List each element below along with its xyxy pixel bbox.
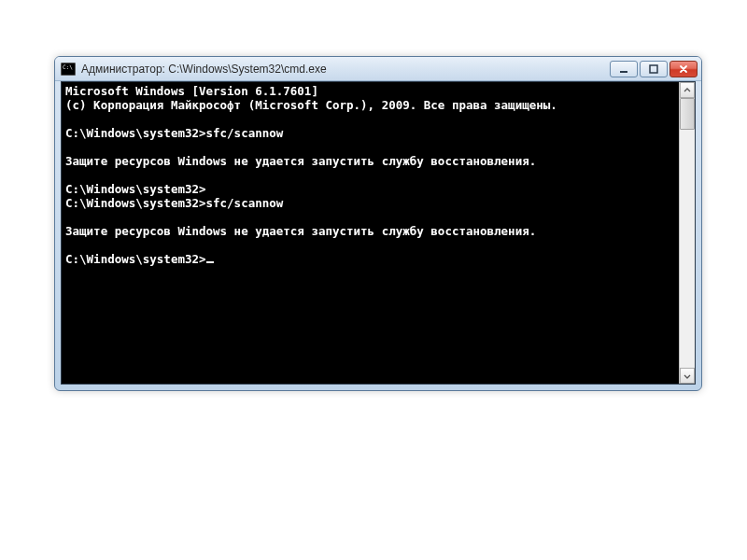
- svg-rect-1: [650, 65, 657, 73]
- close-icon: [679, 64, 688, 74]
- text-cursor: [206, 261, 214, 263]
- vertical-scrollbar[interactable]: [679, 82, 695, 384]
- minimize-icon: [619, 64, 628, 74]
- window-title: Администратор: C:\Windows\System32\cmd.e…: [81, 63, 610, 76]
- scroll-thumb[interactable]: [680, 98, 695, 130]
- scroll-track[interactable]: [680, 98, 695, 368]
- chevron-down-icon: [684, 372, 691, 380]
- command-prompt-window: Администратор: C:\Windows\System32\cmd.e…: [54, 56, 702, 391]
- close-button[interactable]: [669, 61, 698, 77]
- svg-rect-0: [620, 71, 627, 73]
- maximize-icon: [649, 64, 658, 74]
- scroll-down-button[interactable]: [680, 368, 695, 384]
- scroll-up-button[interactable]: [680, 82, 695, 98]
- cmd-icon: [61, 63, 76, 76]
- client-area: Microsoft Windows [Version 6.1.7601] (c)…: [61, 81, 696, 385]
- chevron-up-icon: [684, 87, 691, 94]
- window-controls: [610, 61, 698, 77]
- titlebar[interactable]: Администратор: C:\Windows\System32\cmd.e…: [55, 57, 701, 81]
- maximize-button[interactable]: [640, 61, 668, 77]
- console-output[interactable]: Microsoft Windows [Version 6.1.7601] (c)…: [62, 82, 679, 384]
- minimize-button[interactable]: [610, 61, 638, 77]
